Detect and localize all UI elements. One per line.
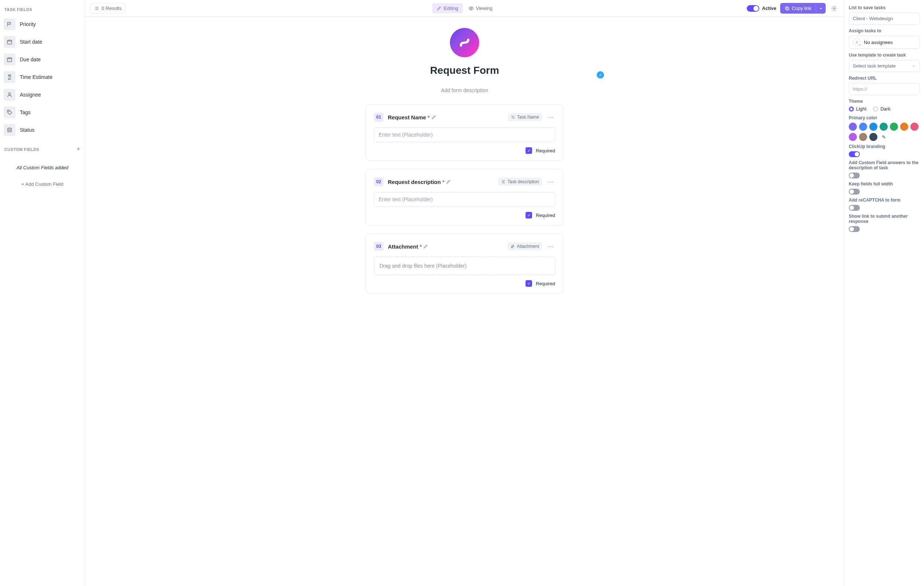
eyedropper-icon[interactable]: ✎: [879, 133, 888, 141]
color-swatch[interactable]: [870, 133, 878, 141]
svg-point-6: [470, 8, 472, 9]
color-swatch[interactable]: [879, 122, 888, 131]
add-custom-field-button[interactable]: + Add Custom Field: [0, 178, 85, 190]
text-input[interactable]: [374, 192, 555, 207]
active-switch[interactable]: [747, 5, 759, 12]
task-field-assignee[interactable]: Assignee: [0, 86, 85, 104]
custom-fields-label: CUSTOM FIELDS: [4, 147, 39, 152]
task-field-priority[interactable]: Priority: [0, 15, 85, 33]
assignee-value: No assignees: [864, 40, 893, 45]
block-title[interactable]: Attachment: [388, 243, 418, 250]
color-swatch[interactable]: [849, 122, 857, 131]
text-input[interactable]: [374, 127, 555, 142]
task-field-label: Time Estimate: [20, 74, 53, 80]
template-select[interactable]: Select task template: [849, 60, 920, 72]
full-width-label: Keep fields full width: [849, 181, 920, 187]
field-type-tag[interactable]: Attachment: [508, 242, 542, 250]
pencil-icon[interactable]: [423, 244, 428, 249]
full-width-toggle[interactable]: [849, 189, 860, 195]
gear-icon: [831, 5, 837, 12]
color-swatch[interactable]: [870, 122, 878, 131]
color-swatch[interactable]: [900, 122, 908, 131]
assignee-select[interactable]: No assignees: [849, 36, 920, 49]
color-grid: ✎: [849, 122, 920, 141]
branding-toggle[interactable]: [849, 151, 860, 157]
flag-icon: [4, 18, 15, 30]
block-title[interactable]: Request description: [388, 179, 441, 185]
copy-link-label: Copy link: [792, 5, 811, 11]
tag-icon: [4, 106, 15, 118]
theme-label: Theme: [849, 99, 920, 104]
redirect-input[interactable]: [849, 83, 920, 95]
list-select[interactable]: Client - Webdesign: [849, 13, 920, 25]
required-label: Required: [536, 281, 555, 286]
form-block-request-name[interactable]: 01 Request Name * Task Name ⋯ ✓: [365, 104, 564, 161]
task-field-tags[interactable]: Tags: [0, 104, 85, 121]
required-checkbox[interactable]: ✓: [525, 212, 532, 219]
task-field-status[interactable]: Status: [0, 121, 85, 139]
verified-badge: ✓: [597, 71, 604, 79]
task-field-due-date[interactable]: Due date: [0, 51, 85, 68]
list-icon: [94, 6, 99, 11]
block-number: 03: [374, 242, 383, 251]
color-swatch[interactable]: [890, 122, 898, 131]
form-block-request-description[interactable]: 02 Request description * Task descriptio…: [365, 169, 564, 225]
list-save-label: List to save tasks: [849, 5, 920, 10]
editing-tab[interactable]: Editing: [432, 3, 463, 13]
more-button[interactable]: ⋯: [546, 178, 555, 186]
copy-link-button[interactable]: Copy link: [780, 3, 826, 13]
assign-label: Assign tasks to: [849, 28, 920, 33]
theme-dark[interactable]: Dark: [873, 106, 890, 112]
color-swatch[interactable]: [911, 122, 919, 131]
custom-fields-note: All Custom Fields added: [0, 156, 85, 178]
radio-icon: [873, 106, 878, 112]
svg-rect-1: [7, 58, 12, 62]
more-button[interactable]: ⋯: [546, 113, 555, 121]
task-field-start-date[interactable]: Start date: [0, 33, 85, 51]
add-custom-field-icon[interactable]: +: [76, 146, 80, 153]
settings-panel: List to save tasks Client - Webdesign As…: [844, 0, 924, 586]
svg-rect-0: [7, 40, 12, 44]
active-toggle[interactable]: Active: [747, 5, 777, 12]
svg-rect-8: [785, 7, 788, 9]
form-block-attachment[interactable]: 03 Attachment * Attachment ⋯ Drag and dr…: [365, 233, 564, 294]
theme-light[interactable]: Light: [849, 106, 866, 112]
more-button[interactable]: ⋯: [546, 242, 555, 251]
copy-link-caret[interactable]: [816, 4, 826, 13]
color-swatch[interactable]: [849, 133, 857, 141]
eye-icon: [469, 6, 474, 11]
pencil-icon[interactable]: [446, 179, 451, 184]
block-title[interactable]: Request Name: [388, 114, 426, 121]
color-swatch[interactable]: [859, 133, 867, 141]
required-checkbox[interactable]: ✓: [525, 280, 532, 287]
form-logo[interactable]: [450, 28, 479, 57]
add-person-icon: [853, 38, 861, 46]
settings-button[interactable]: [829, 4, 839, 13]
custom-answers-toggle[interactable]: [849, 172, 860, 179]
recaptcha-toggle[interactable]: [849, 205, 860, 211]
block-number: 02: [374, 177, 383, 186]
pencil-icon[interactable]: [431, 114, 436, 120]
required-checkbox[interactable]: ✓: [525, 147, 532, 154]
paperclip-icon: [510, 244, 515, 248]
chevron-down-icon: [819, 7, 823, 10]
svg-point-3: [8, 111, 9, 112]
topbar: 0 Results Editing Viewing Active: [85, 0, 844, 17]
field-type-tag[interactable]: Task Name: [508, 113, 542, 121]
task-field-time-estimate[interactable]: Time Estimate: [0, 68, 85, 86]
viewing-tab[interactable]: Viewing: [464, 3, 497, 13]
form-description-placeholder[interactable]: Add form description: [441, 88, 488, 93]
sort-icon: [511, 115, 515, 119]
results-button[interactable]: 0 Results: [90, 3, 125, 13]
status-icon: [4, 124, 15, 136]
pencil-icon: [437, 6, 441, 11]
color-swatch[interactable]: [859, 122, 867, 131]
another-response-toggle[interactable]: [849, 226, 860, 232]
required-asterisk: *: [420, 243, 422, 250]
form-title[interactable]: Request Form: [430, 65, 499, 76]
file-drop-zone[interactable]: Drag and drop files here (Placeholder): [374, 257, 555, 275]
sidebar-left: TASK FIELDS Priority Start date Due date…: [0, 0, 85, 586]
field-type-tag[interactable]: Task description: [498, 178, 542, 186]
task-field-label: Tags: [20, 109, 31, 115]
required-asterisk: *: [442, 179, 444, 185]
